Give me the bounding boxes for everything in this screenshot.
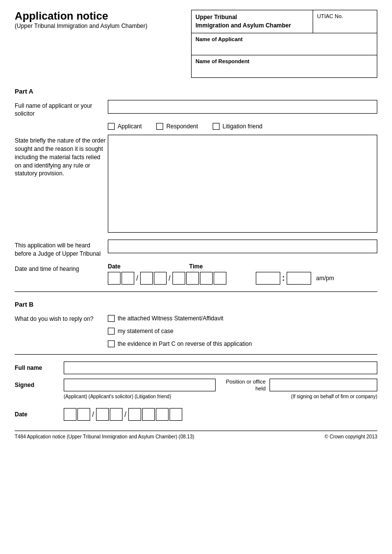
solicitor-note: (Applicant) (Applicant's solicitor) (Lit… [64, 394, 220, 399]
nature-order-label: State briefly the nature of the order so… [15, 135, 108, 178]
heard-before-row: This application will be heard before a … [15, 240, 377, 258]
heard-before-field [108, 240, 377, 253]
bottom-full-name-input[interactable] [64, 361, 377, 374]
divider-bottom [15, 354, 377, 355]
signed-input[interactable] [64, 379, 216, 391]
option3-label: the evidence in Part C on reverse of thi… [118, 340, 252, 347]
reply-on-label: What do you wish to reply on? [15, 313, 108, 323]
date-cell-m1[interactable] [140, 272, 153, 285]
bottom-full-name-row: Full name [15, 361, 377, 374]
time-input-group: : am/pm [256, 272, 334, 285]
page-title: Application notice [15, 10, 181, 23]
full-name-input[interactable] [108, 100, 377, 114]
bottom-full-name-label: Full name [15, 364, 64, 371]
position-input[interactable] [270, 379, 377, 391]
date-cell-d2[interactable] [122, 272, 134, 285]
page-footer: T484 Application notice (Upper Tribunal … [15, 431, 377, 439]
position-label: Position or office held [225, 378, 270, 392]
reply-option-2[interactable]: my statement of case [108, 328, 377, 335]
full-name-row: Full name of applicant or your solicitor [15, 100, 377, 119]
full-name-field [108, 100, 377, 114]
date-input-group: / / [108, 272, 226, 285]
bdate-cell-m2[interactable] [110, 408, 122, 421]
date-cell-y4[interactable] [214, 272, 226, 285]
checkbox-litigation-friend[interactable]: Litigation friend [213, 123, 262, 130]
date-sep-2: / [168, 274, 172, 282]
applicant-label: Applicant [118, 123, 142, 130]
bdate-cell-y4[interactable] [170, 408, 182, 421]
litigation-friend-label: Litigation friend [222, 123, 262, 130]
date-cell-y1[interactable] [172, 272, 185, 285]
reply-option-1[interactable]: the attached Witness Statement/Affidavit [108, 315, 377, 322]
divider-partb [15, 291, 377, 292]
bottom-date-group: / / [64, 408, 182, 421]
bdate-sep-2: / [123, 410, 127, 418]
bdate-cell-y3[interactable] [156, 408, 169, 421]
bdate-cell-d2[interactable] [77, 408, 90, 421]
time-hours-input[interactable] [256, 272, 280, 285]
reply-options-list: the attached Witness Statement/Affidavit… [108, 313, 377, 347]
date-sep-1: / [135, 274, 139, 282]
date-cell-y2[interactable] [186, 272, 199, 285]
bdate-sep-1: / [91, 410, 95, 418]
nature-order-field [108, 135, 377, 233]
bdate-cell-d1[interactable] [64, 408, 76, 421]
bdate-cell-y2[interactable] [142, 408, 155, 421]
checkbox-respondent[interactable]: Respondent [156, 123, 198, 130]
date-cell-d1[interactable] [108, 272, 121, 285]
page-subtitle: (Upper Tribunal Immigration and Asylum C… [15, 23, 181, 29]
footer-right: © Crown copyright 2013 [325, 434, 377, 439]
position-label-block: Position or office held [225, 378, 377, 392]
option2-label: my statement of case [118, 328, 173, 335]
signed-position-row: Signed Position or office held [15, 378, 377, 392]
respondent-label-box: Name of Respondent [192, 55, 377, 77]
part-b-header: Part B [15, 301, 377, 308]
bdate-cell-m1[interactable] [96, 408, 109, 421]
litigation-friend-checkbox[interactable] [213, 123, 220, 130]
date-sublabel: Date [108, 263, 121, 270]
header-top-row: Upper Tribunal Immigration and Asylum Ch… [192, 10, 377, 33]
bdate-cell-y1[interactable] [128, 408, 141, 421]
position-note: (If signing on behalf of firm or company… [220, 394, 377, 403]
date-time-fields: Date Time / / : am/pm [108, 263, 377, 285]
date-time-row: Date and time of hearing Date Time / / : [15, 263, 377, 285]
tribunal-name: Upper Tribunal Immigration and Asylum Ch… [192, 10, 313, 33]
respondent-label: Respondent [166, 123, 198, 130]
option3-checkbox[interactable] [108, 340, 115, 347]
header-section: Application notice (Upper Tribunal Immig… [15, 10, 377, 78]
title-block: Application notice (Upper Tribunal Immig… [15, 10, 191, 78]
time-colon: : [282, 274, 285, 283]
reply-on-row: What do you wish to reply on? the attach… [15, 313, 377, 347]
date-cell-m2[interactable] [154, 272, 167, 285]
footer-left: T484 Application notice (Upper Tribunal … [15, 434, 194, 439]
heard-before-label: This application will be heard before a … [15, 240, 108, 258]
checkbox-applicant[interactable]: Applicant [108, 123, 142, 130]
bottom-date-label: Date [15, 411, 64, 418]
respondent-checkbox[interactable] [156, 123, 163, 130]
applicant-checkbox[interactable] [108, 123, 115, 130]
role-checkboxes-row: Applicant Respondent Litigation friend [108, 123, 377, 130]
date-cell-y3[interactable] [200, 272, 213, 285]
time-sublabel: Time [189, 263, 203, 270]
notes-row: (Applicant) (Applicant's solicitor) (Lit… [15, 394, 377, 403]
applicant-label-box: Name of Applicant [192, 33, 377, 55]
signed-label: Signed [15, 382, 64, 388]
option1-checkbox[interactable] [108, 315, 115, 322]
part-a-header: Part A [15, 88, 377, 95]
ampm-label: am/pm [316, 275, 334, 282]
option1-label: the attached Witness Statement/Affidavit [118, 315, 223, 322]
time-minutes-input[interactable] [287, 272, 311, 285]
date-time-label: Date and time of hearing [15, 263, 108, 273]
heard-before-input[interactable] [108, 240, 377, 253]
bottom-date-row: Date / / [15, 408, 377, 421]
nature-order-textarea[interactable] [108, 135, 377, 233]
reply-option-3[interactable]: the evidence in Part C on reverse of thi… [108, 340, 377, 347]
header-right: Upper Tribunal Immigration and Asylum Ch… [191, 10, 377, 78]
full-name-label: Full name of applicant or your solicitor [15, 100, 108, 119]
utiac-box: UTIAC No. [313, 10, 377, 33]
option2-checkbox[interactable] [108, 328, 115, 335]
nature-order-row: State briefly the nature of the order so… [15, 135, 377, 233]
